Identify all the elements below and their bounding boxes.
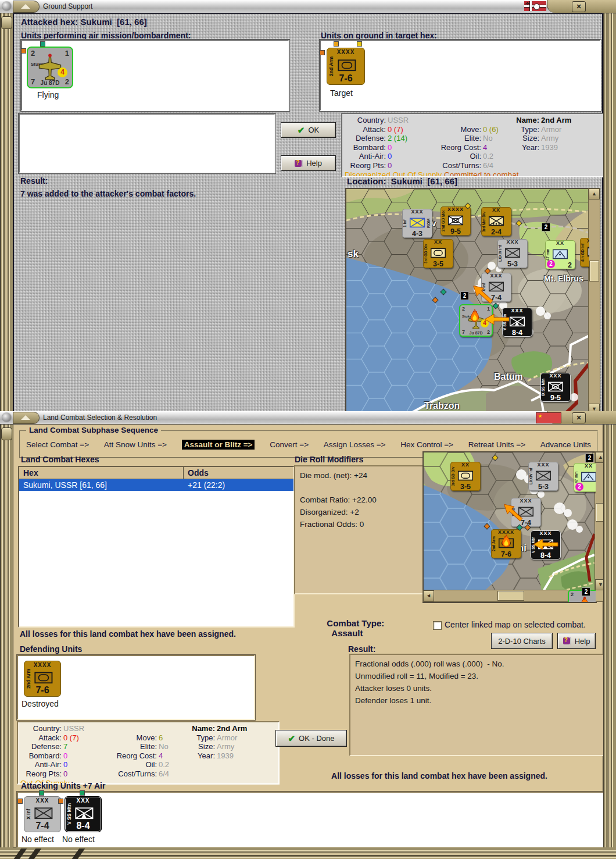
help-button[interactable]: Help (557, 633, 596, 649)
attack-arrow-icon (533, 539, 558, 553)
triangle-icon (21, 415, 30, 420)
stat-label: Attack: (20, 733, 63, 743)
unit-strength: 8-4 (65, 821, 101, 831)
close-button[interactable]: ✕ (572, 412, 586, 423)
header-hex[interactable]: Hex (19, 467, 184, 479)
scroll-up-button[interactable]: ▲ (589, 188, 600, 199)
attacker-caption: No effect (62, 835, 95, 844)
defending-units-box: XXXX 2nd Arm 7-6 Destroyed (17, 655, 255, 720)
window-menu-button[interactable] (13, 1, 40, 13)
unit-count-badge: 2 (547, 260, 555, 268)
phase-att-snow-units[interactable]: Att Snow Units => (104, 440, 167, 449)
stats-grid: Country:USSRName:2nd ArmAttack:0 (7)Move… (20, 724, 276, 778)
scroll-left-button[interactable]: ◄ (423, 590, 434, 601)
text-line: Die mod. (net): +24 (300, 469, 425, 482)
attacker-counter-8-4[interactable]: XXX V SS Mtn 8-4 (65, 796, 102, 832)
map-unit-3-5[interactable]: XX3rd GD Div3-5 (450, 462, 481, 491)
losses-message: All losses for this land combat hex have… (20, 629, 236, 639)
attacker-counter-7-4[interactable]: XXX X Inf 7-4 (24, 796, 61, 832)
inf-symbol-icon (536, 471, 551, 481)
air-units-label: Units performing air mission/bombardment… (21, 31, 191, 40)
stat-label: Year: (511, 143, 541, 152)
ok-button[interactable]: ✔ OK (281, 122, 336, 138)
target-caption: Target (330, 88, 353, 98)
text-line: Fractional odds (.000) roll was (.000) -… (355, 658, 610, 670)
stat-value: 7 (63, 742, 105, 751)
titlebar-ground-support[interactable]: Ground Support ✠ ✕ (0, 0, 616, 13)
text-line: Fractional Odds: 0 (300, 518, 425, 530)
result2-label: Result: (348, 644, 375, 654)
unit-strength: 9-5 (540, 394, 571, 402)
attack-arrow-icon (485, 313, 509, 327)
stuka-counter[interactable]: 2 1 Stuka 4 7 Ju 87D 2 (27, 47, 73, 88)
map1-vscrollbar[interactable]: ▲ ▼ (588, 188, 600, 415)
phase-assault-or-blitz[interactable]: Assault or Blitz => (182, 440, 255, 450)
map-unit-5-3[interactable]: XXXLXXIV Inf5-3 (528, 462, 558, 491)
triangle-icon (21, 4, 30, 9)
window-land-combat: Land Combat Selection & Resolution ★ ✕ L… (0, 410, 616, 859)
supply-dot (441, 290, 446, 294)
target-unit-counter[interactable]: XXXX 2nd Arm 7-6 (327, 48, 365, 85)
stuka-stat-tl: 2 (31, 49, 35, 58)
header-odds[interactable]: Odds (184, 467, 293, 479)
unit-strength: 7-6 (327, 73, 364, 84)
combat-type-caption: Combat Type: (327, 618, 384, 628)
scroll-thumb[interactable] (497, 591, 524, 601)
stat-label (511, 152, 541, 161)
defending-units-label: Defending Units (20, 644, 82, 654)
window-menu-button[interactable] (13, 412, 40, 424)
map-unit-5-3[interactable]: XXXLXXIV Inf5-3 (497, 239, 528, 268)
window-right-border (603, 424, 616, 847)
map-unit-2[interactable]: XX47 mm22 (545, 240, 575, 269)
combat-hexes-table[interactable]: Hex Odds Sukumi, USSR [61, 66]+21 (22:2) (18, 466, 295, 628)
defender-counter[interactable]: XXXX 2nd Arm 7-6 (24, 661, 61, 697)
help-book-icon (563, 637, 571, 644)
phase-assign-losses[interactable]: Assign Losses => (324, 440, 386, 449)
stat-label: Anti-Air: (345, 152, 388, 161)
inf-symbol-icon (489, 281, 504, 292)
map-unit-6-4[interactable]: XXXX4th GD Inf6-4 (580, 238, 590, 267)
center-map-checkbox[interactable] (433, 621, 442, 630)
stat-value: 0 (388, 152, 429, 161)
status-dot-orange (18, 799, 22, 803)
phase-advance-units[interactable]: Advance Units (540, 440, 591, 449)
stack-count-badge: 2 (460, 291, 469, 300)
map-unit-2[interactable]: XX47 mm22 (574, 463, 597, 492)
air-units-box: 2 1 Stuka 4 7 Ju 87D 2 Flying (21, 40, 289, 111)
map-unit-2-4[interactable]: XX3rd Mot Div2-4 (481, 207, 511, 236)
status-dot-teal (41, 42, 45, 46)
stat-value: 0 (6) (483, 125, 511, 134)
empty-list-box (19, 113, 275, 173)
map-unit-4-3[interactable]: XXX1 InfROM4-3 (402, 209, 432, 238)
status-dot-green (80, 791, 84, 795)
stat-label: Reorg Cost: (429, 143, 483, 152)
stat-value: 0 (63, 769, 105, 779)
map-unit-9-5[interactable]: XXXX2nd GD Mech9-5 (440, 206, 471, 236)
charts-button[interactable]: 2-D-10 Charts (491, 633, 553, 649)
stat-value: 6/4 (483, 161, 511, 170)
screw-icon (2, 413, 11, 422)
phase-select-combat[interactable]: Select Combat => (26, 440, 89, 449)
text-line: Defender loses 1 unit. (355, 694, 610, 707)
scroll-thumb[interactable] (589, 261, 599, 281)
stat-value: Army (541, 134, 606, 143)
map-land-combat[interactable]: XX3rd GD Div3-5XXXLXXIV Inf5-3XX47 mm22X… (422, 451, 597, 603)
titlebar-land-combat[interactable]: Land Combat Selection & Resolution ★ ✕ (0, 411, 616, 425)
map-ground-support[interactable]: XXX1 InfROM4-3XXXX2nd GD Mech9-5XX3rd Mo… (345, 188, 590, 416)
stat-label: Reorg Pts: (20, 769, 63, 779)
phase-convert[interactable]: Convert => (270, 440, 309, 449)
map-unit-9-5[interactable]: XXXIX SS Mtn9-5 (540, 373, 571, 402)
phase-hex-control[interactable]: Hex Control => (400, 440, 453, 449)
check-icon: ✔ (298, 126, 305, 134)
table-row[interactable]: Sukumi, USSR [61, 66]+21 (22:2) (19, 479, 293, 491)
map-unit-7-6[interactable]: XXXX2nd Arm7-6 (491, 529, 521, 558)
unit-strength: 7-4 (24, 821, 60, 831)
close-button[interactable]: ✕ (572, 1, 586, 12)
ok-done-button[interactable]: ✔ OK - Done (275, 730, 347, 747)
phase-retreat-units[interactable]: Retreat Units => (468, 440, 525, 449)
map-unit-3-5[interactable]: XX3rd GD Div3-5 (423, 239, 453, 268)
help-button[interactable]: Help (281, 155, 336, 171)
stat-label: Move: (105, 733, 159, 743)
unit-strength: 9-5 (440, 227, 471, 236)
attacker-caption: No effect (22, 835, 54, 844)
